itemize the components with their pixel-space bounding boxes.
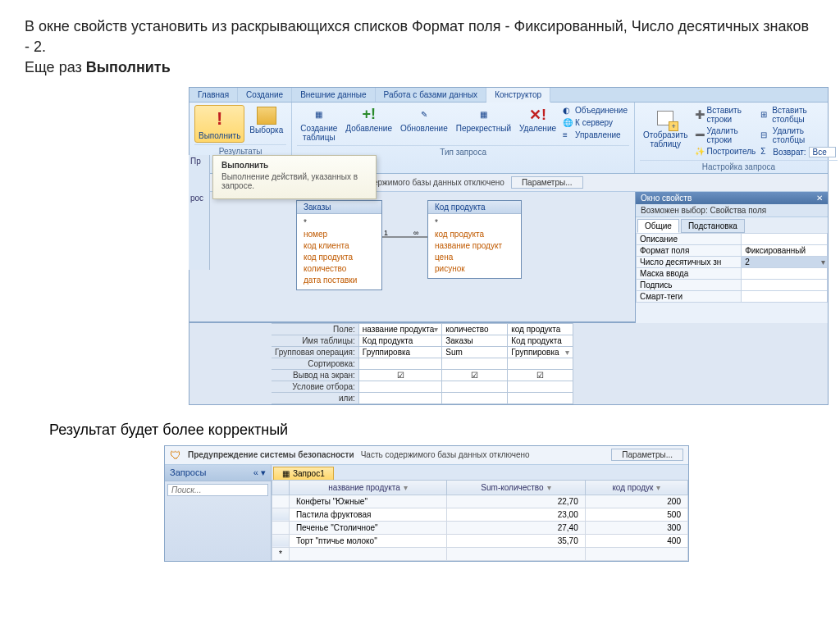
union-button[interactable]: ◐Объединение <box>561 105 629 116</box>
group-querysetup: Настройка запроса <box>640 160 838 171</box>
col-header[interactable]: Sum-количество▾ <box>447 480 586 495</box>
params-button[interactable]: Параметры... <box>511 176 583 189</box>
update-button[interactable]: ✎Обновление <box>397 105 451 134</box>
table-plus-icon: ▦ <box>311 107 327 123</box>
tab-create[interactable]: Создание <box>238 88 292 102</box>
query-design-grid[interactable]: Поле: название продукта количество код п… <box>189 323 828 404</box>
delete-x-icon: ✕! <box>530 107 546 123</box>
query-tab[interactable]: ▦Запрос1 <box>273 467 334 480</box>
return-icon: Σ <box>760 147 770 157</box>
prop-format[interactable]: Фиксированный <box>742 244 828 256</box>
access-window-designer: Главная Создание Внешние данные Работа с… <box>189 87 829 405</box>
group-results: Результаты <box>194 144 286 156</box>
insert-rows-button[interactable]: ➕Вставить строки <box>693 105 758 125</box>
prop-mask[interactable] <box>742 267 828 279</box>
prop-tab-general[interactable]: Общие <box>637 219 679 233</box>
prop-decimals[interactable]: 2 <box>742 256 828 267</box>
delete-row-icon: ➖ <box>695 130 705 140</box>
datasheet-icon <box>257 107 276 125</box>
query-diagram[interactable]: Заказы * номер код клиента код продукта … <box>189 192 635 323</box>
prop-smarttags[interactable] <box>742 290 828 302</box>
prop-caption[interactable] <box>742 279 828 290</box>
showtable-icon: + <box>654 107 677 130</box>
svg-text:∞: ∞ <box>413 229 418 237</box>
tab-dbtools[interactable]: Работа с базами данных <box>376 88 487 102</box>
access-window-datasheet: 🛡 Предупреждение системы безопасности Ча… <box>164 445 689 562</box>
navigation-pane: Запросы« ▾ <box>165 465 272 561</box>
query-icon: ▦ <box>282 469 290 478</box>
shield-icon: 🛡 <box>170 449 181 462</box>
union-icon: ◐ <box>563 106 573 116</box>
property-sheet: Окно свойств✕ Возможен выбор: Свойства п… <box>635 192 828 323</box>
delete-cols-button[interactable]: ⊟Удалить столбцы <box>759 125 838 145</box>
property-grid: Описание Формат поляФиксированный Число … <box>636 233 828 303</box>
nav-category[interactable]: Запросы <box>170 467 206 477</box>
insert-row-icon: ➕ <box>695 110 705 120</box>
tab-external[interactable]: Внешние данные <box>292 88 375 102</box>
table-row[interactable]: Торт "птичье молоко"35,70400 <box>272 534 688 547</box>
table-row[interactable]: Пастила фруктовая23,00500 <box>272 508 688 521</box>
wand-icon: ✨ <box>695 147 705 157</box>
select-query-button[interactable]: Выборка <box>246 105 286 136</box>
showtable-button[interactable]: +Отобразить таблицу <box>640 105 692 150</box>
run-tooltip: Выполнить Выполнение действий, указанных… <box>212 155 377 199</box>
delete-button[interactable]: ✕!Удаление <box>516 105 559 134</box>
passthrough-button[interactable]: 🌐К серверу <box>561 117 629 129</box>
builder-button[interactable]: ✨Построитель <box>693 146 758 157</box>
table-orders[interactable]: Заказы * номер код клиента код продукта … <box>296 200 382 290</box>
show-checkbox[interactable]: ☑ <box>358 369 441 381</box>
crosstab-icon: ▦ <box>475 107 491 123</box>
table-product[interactable]: Код продукта * код продукта название про… <box>427 200 522 279</box>
crosstab-button[interactable]: ▦Перекрестный <box>453 105 514 134</box>
ribbon-tabs: Главная Создание Внешние данные Работа с… <box>189 88 828 103</box>
prop-description[interactable] <box>742 233 828 244</box>
exclamation-icon: ! <box>208 107 231 130</box>
delete-col-icon: ⊟ <box>760 130 770 140</box>
security-warning-title: Предупреждение системы безопасности <box>188 450 354 459</box>
table-row[interactable]: Печенье "Столичное"27,40300 <box>272 521 688 534</box>
show-checkbox[interactable]: ☑ <box>442 369 508 381</box>
delete-rows-button[interactable]: ➖Удалить строки <box>693 125 758 145</box>
result-table: название продукта▾ Sum-количество▾ код п… <box>272 480 688 561</box>
maketable-button[interactable]: ▦Создание таблицы <box>297 105 340 144</box>
show-checkbox[interactable]: ☑ <box>508 369 573 381</box>
return-rows[interactable]: ΣВозврат: Все <box>759 146 838 158</box>
nav-pane-collapsed[interactable]: Пр рос <box>189 155 210 270</box>
new-row[interactable]: * <box>272 547 688 560</box>
col-header[interactable]: название продукта▾ <box>289 480 446 495</box>
tab-home[interactable]: Главная <box>189 88 238 102</box>
tab-design[interactable]: Конструктор <box>486 88 550 103</box>
instruction-text: В окне свойств установить из раскрывающи… <box>25 16 815 79</box>
prop-tab-lookup[interactable]: Подстановка <box>681 219 745 233</box>
append-button[interactable]: +!Добавление <box>342 105 395 134</box>
nav-search-input[interactable] <box>167 484 268 496</box>
relationship-line: 1∞ <box>382 229 427 245</box>
result-caption: Результат будет более корректный <box>49 422 815 439</box>
close-icon[interactable]: ✕ <box>816 194 823 203</box>
pencil-icon: ✎ <box>416 107 432 123</box>
svg-text:1: 1 <box>384 229 388 237</box>
globe-icon: 🌐 <box>563 118 573 128</box>
datadef-button[interactable]: ≡Управление <box>561 130 629 141</box>
propsheet-title: Окно свойств <box>641 194 692 203</box>
chevron-left-icon[interactable]: « ▾ <box>253 467 266 478</box>
run-button[interactable]: ! Выполнить <box>194 105 244 143</box>
params-button[interactable]: Параметры... <box>611 449 683 461</box>
sql-icon: ≡ <box>563 130 573 140</box>
insert-cols-button[interactable]: ⊞Вставить столбцы <box>759 105 838 125</box>
insert-col-icon: ⊞ <box>760 110 769 120</box>
table-row[interactable]: Конфеты "Южные"22,70200 <box>272 495 688 508</box>
append-icon: +! <box>361 107 377 123</box>
col-header[interactable]: код продук▾ <box>585 480 687 495</box>
